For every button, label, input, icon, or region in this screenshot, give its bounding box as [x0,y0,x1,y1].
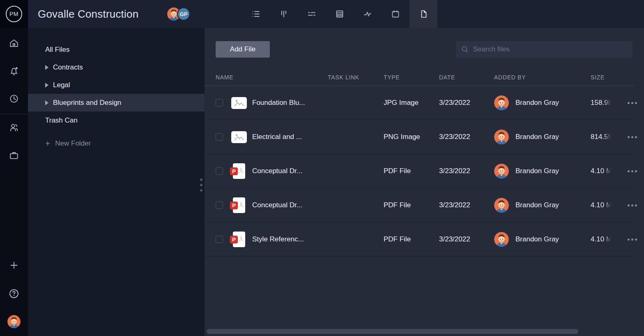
file-row[interactable]: P Conceptual Dr... PDF File 3/23/2022 Br… [205,188,635,222]
row-checkbox[interactable] [216,167,223,175]
file-type: PDF File [384,167,439,175]
portfolio-briefcase-icon [9,150,19,161]
person-avatar-graphic [494,95,509,110]
file-size: 4.10 M [591,167,612,175]
expand-caret-icon[interactable] [45,65,48,70]
person-avatar-graphic [494,232,509,247]
home-button[interactable] [0,33,28,53]
gantt-view-icon [307,9,317,19]
row-checkbox[interactable] [216,133,223,141]
file-size: 4.10 M [591,201,612,209]
notifications-button[interactable] [0,61,28,81]
image-file-icon [231,97,247,109]
pdf-swirl-glyph [238,236,244,243]
person-avatar-graphic [494,130,509,144]
file-row[interactable]: Electrical and ... PNG Image 3/23/2022 B… [205,120,635,154]
team-button[interactable] [0,118,28,137]
added-by-name: Brandon Gray [515,201,559,209]
pdf-file-icon: P [233,232,245,247]
column-header-size: SIZE [591,74,628,81]
help-icon [8,288,20,299]
folder-item-legal[interactable]: Legal [28,76,205,94]
list-view-icon [251,9,261,19]
added-by-avatar [494,198,509,213]
file-date: 3/23/2022 [439,99,494,107]
row-checkbox[interactable] [216,99,223,107]
pdf-file-icon: P [233,197,245,213]
person-avatar-graphic [494,198,509,213]
file-date: 3/23/2022 [439,235,494,243]
board-view-icon [279,9,289,19]
rail-divider [0,114,28,114]
sheet-view-icon [335,9,345,19]
added-by-name: Brandon Gray [515,99,559,107]
folder-panel: All Files Contracts Legal Blueprints and… [28,28,205,336]
view-switcher [242,0,437,28]
file-row[interactable]: P Conceptual Dr... PDF File 3/23/2022 Br… [205,154,635,188]
row-more-menu-button[interactable] [628,136,642,138]
add-file-button[interactable]: Add File [216,41,270,58]
folder-item-blueprints-and-design[interactable]: Blueprints and Design [28,94,205,111]
pdf-badge: P [230,236,238,243]
recent-button[interactable] [0,89,28,109]
help-button[interactable] [0,284,28,304]
file-name: Conceptual Dr... [252,167,302,175]
expand-caret-icon[interactable] [45,83,48,88]
person-avatar-graphic [7,315,21,328]
added-by-name: Brandon Gray [515,167,559,175]
column-header-type: TYPE [384,74,439,81]
file-name: Foundation Blu... [252,99,305,107]
tab-board-view[interactable] [270,0,298,28]
added-by-name: Brandon Gray [515,133,559,141]
added-by-name: Brandon Gray [515,235,559,243]
pdf-swirl-glyph [238,202,244,209]
tab-calendar-view[interactable] [382,0,409,28]
tab-sheet-view[interactable] [326,0,354,28]
files-view-icon [419,9,428,19]
folder-item-contracts[interactable]: Contracts [28,58,205,76]
folder-item-all-files[interactable]: All Files [28,41,205,58]
person-avatar-graphic [494,164,509,178]
tab-gantt-view[interactable] [298,0,326,28]
profile-avatar[interactable] [7,315,21,328]
project-members-button[interactable]: GP [167,7,190,21]
file-name: Electrical and ... [252,133,302,141]
added-by-avatar [494,232,509,247]
portfolio-button[interactable] [0,146,28,165]
file-name: Conceptual Dr... [252,201,302,209]
row-checkbox[interactable] [216,202,223,209]
team-icon [9,122,19,133]
column-header-added-by: ADDED BY [494,74,591,81]
calendar-view-icon [391,9,400,19]
add-plus-icon [9,260,19,270]
pm-home-logo[interactable]: PM [0,0,28,28]
file-row[interactable]: P Style Referenc... PDF File 3/23/2022 B… [205,222,635,257]
folder-item-trash-can[interactable]: Trash Can [28,111,205,129]
column-header-date: DATE [439,74,494,81]
pdf-swirl-glyph [238,167,244,175]
horizontal-scrollbar-thumb[interactable] [207,329,578,334]
file-type: PNG Image [384,133,439,141]
row-more-menu-button[interactable] [628,204,642,206]
row-checkbox[interactable] [216,236,223,243]
row-more-menu-button[interactable] [628,239,642,241]
panel-resize-handle[interactable] [199,175,204,195]
file-row[interactable]: Foundation Blu... JPG Image 3/23/2022 Br… [205,86,635,120]
add-button[interactable] [0,255,28,275]
pdf-file-icon: P [233,163,245,179]
new-folder-button[interactable]: + New Folder [45,136,91,151]
column-header-task-link: TASK LINK [328,74,384,81]
tab-list-view[interactable] [242,0,270,28]
search-input[interactable] [473,45,628,53]
navigation-rail [0,28,28,336]
file-type: JPG Image [384,99,439,107]
row-more-menu-button[interactable] [628,102,642,104]
expand-caret-icon[interactable] [45,100,48,105]
tab-files-view[interactable] [409,0,437,28]
activity-view-icon [363,9,373,19]
image-file-icon [231,131,247,143]
row-more-menu-button[interactable] [628,170,642,172]
recent-clock-icon [9,93,19,104]
pdf-badge: P [230,202,238,209]
tab-activity-view[interactable] [354,0,382,28]
